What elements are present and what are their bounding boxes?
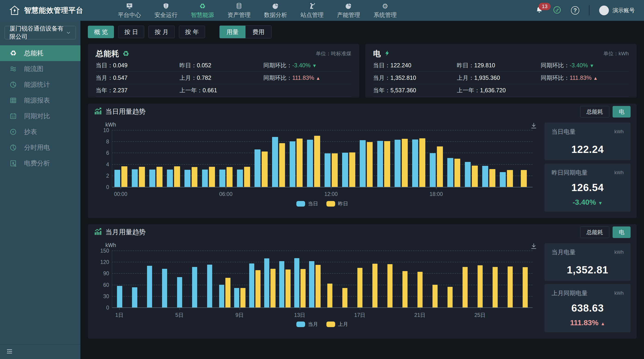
category-slot: [397, 271, 412, 307]
bar: [184, 170, 190, 187]
user-menu[interactable]: 演示账号: [599, 6, 635, 15]
flow-icon: [9, 65, 17, 73]
help-button[interactable]: ?: [571, 6, 579, 15]
stat-label: 同期环比：: [541, 75, 570, 81]
sidebar-item-meter-reading[interactable]: 抄表: [0, 124, 80, 140]
nav-item-system-management[interactable]: ⚙ 系统管理: [374, 2, 397, 19]
stat-card-trend: 111.83% ▲: [552, 318, 624, 327]
bar: [360, 140, 366, 187]
pie-chart-icon: [272, 2, 279, 10]
stat-value: 0.547: [113, 75, 128, 81]
shield-icon: [162, 2, 170, 10]
feedback-button[interactable]: [553, 6, 561, 15]
x-axis-tick: [360, 308, 360, 310]
sidebar-item-time-of-use[interactable]: 分时用电: [0, 140, 80, 155]
sidebar-item-label: 能源统计: [24, 80, 50, 89]
download-chart-button[interactable]: [530, 122, 537, 130]
this-month-electricity-stat: 当月电量 kWh 1,352.81: [544, 243, 630, 281]
company-select[interactable]: 厦门锐谷通信设备有限公司: [4, 26, 76, 39]
bar: [388, 264, 392, 307]
daily-stats-column: 当日电量 kWh 122.24 昨日同期电量 kWh 126.54 -3.40: [544, 120, 630, 216]
category-slot: [488, 267, 502, 307]
toggle-usage[interactable]: 用量: [220, 26, 246, 38]
stat-value: 1,636.720: [480, 87, 506, 94]
sidebar-item-tariff-analysis[interactable]: 电费分析: [0, 155, 80, 171]
category-slot: [187, 267, 202, 307]
monthly-total-energy-button[interactable]: 总能耗: [580, 226, 609, 238]
stat-card-unit: kWh: [614, 129, 624, 134]
download-chart-button[interactable]: [530, 243, 537, 250]
tab-by-month[interactable]: 按 月: [148, 26, 174, 38]
nav-item-platform-center[interactable]: 平台中心: [118, 2, 141, 19]
collapse-sidebar-button[interactable]: [6, 348, 13, 356]
sidebar-item-period-compare[interactable]: 同期对比: [0, 108, 80, 124]
stat-card-label: 上月同期电量: [552, 289, 588, 297]
y-tick-label: 0: [98, 184, 109, 190]
sidebar-item-energy-flow[interactable]: 能流图: [0, 61, 80, 77]
bar: [174, 166, 180, 187]
tariff-doc-icon: [9, 159, 17, 167]
category-slot: [442, 287, 458, 307]
legend-item-this-month[interactable]: 当月: [296, 321, 318, 328]
category-slot: [262, 258, 278, 307]
stat-label: 当月：: [96, 75, 113, 81]
x-tick-label: 12:00: [324, 191, 338, 197]
bar: [521, 170, 527, 187]
legend-item-today[interactable]: 当日: [296, 200, 318, 207]
sidebar-item-energy-statistics[interactable]: 能源统计: [0, 77, 80, 93]
stat-label: 当日：: [96, 62, 113, 69]
chart-trend-icon: [94, 228, 102, 237]
bar: [290, 141, 296, 187]
nav-item-asset-management[interactable]: 资产管理: [228, 2, 250, 19]
tab-overview[interactable]: 概 览: [88, 26, 114, 38]
x-tick-label: 13日: [294, 311, 305, 319]
legend-item-yesterday[interactable]: 昨日: [326, 200, 348, 207]
nav-item-smart-energy[interactable]: ♻ 智慧能源: [191, 2, 214, 19]
bar: [372, 264, 378, 307]
legend-item-last-month[interactable]: 上月: [326, 321, 348, 328]
category-slot: [340, 152, 357, 187]
bars-layer: [112, 251, 532, 307]
bar: [419, 138, 425, 187]
sidebar-item-energy-report[interactable]: 能源报表: [0, 93, 80, 108]
bar: [402, 139, 408, 187]
card-row: 当年：2.237 上一年：0.661: [96, 84, 351, 97]
notifications-button[interactable]: 13: [535, 6, 543, 15]
bolt-icon: [384, 50, 390, 58]
daily-total-energy-button[interactable]: 总能耗: [580, 106, 609, 118]
category-slot: [127, 287, 142, 307]
tab-by-year[interactable]: 按 年: [179, 26, 205, 38]
x-tick-label: 5日: [176, 311, 184, 319]
nav-item-capacity-management[interactable]: 产能管理: [337, 2, 360, 19]
category-slot: [375, 141, 392, 187]
stat-value: 0.782: [197, 75, 212, 81]
sidebar-item-label: 总能耗: [24, 49, 44, 58]
daily-chart: kWh 024681000:0006:0012:0018:00 当日: [94, 120, 538, 216]
down-arrow-icon: ▼: [312, 63, 317, 68]
toolbar: 概 览 按 日 按 月 按 年 用量 费用: [88, 26, 636, 38]
x-tick-label: 1日: [115, 311, 124, 319]
main-nav: 平台中心 安全运行 ♻ 智慧能源 资产管理: [118, 2, 397, 19]
trend-value: -3.40% ▼: [292, 62, 317, 69]
last-month-electricity-stat: 上月同期电量 kWh 638.63 111.83% ▲: [544, 284, 630, 332]
bar: [367, 142, 373, 187]
tab-by-day[interactable]: 按 日: [118, 26, 144, 38]
bar: [402, 271, 408, 307]
toggle-cost[interactable]: 费用: [246, 26, 272, 38]
bar: [384, 141, 390, 187]
x-axis-tick: [331, 187, 331, 189]
nav-item-data-analysis[interactable]: 数据分析: [264, 2, 287, 19]
nav-item-site-management[interactable]: 站点管理: [300, 2, 324, 19]
nav-item-safe-operation[interactable]: 安全运行: [154, 2, 178, 19]
monthly-electricity-button[interactable]: 电: [612, 226, 630, 238]
panel-title: 当日用量趋势: [106, 107, 146, 116]
robot-arm-icon: [308, 2, 316, 10]
electricity-card: 电 单位：kWh 当日：122.240 昨日：129.810 同期环比：-3.4…: [365, 44, 636, 98]
daily-electricity-button[interactable]: 电: [612, 106, 630, 118]
sidebar-item-total-energy[interactable]: ♻ 总能耗: [0, 45, 80, 61]
stat-label: 上月：: [457, 75, 474, 81]
stat-card-value: 122.24: [552, 144, 624, 155]
category-slot: [367, 264, 382, 307]
bar: [294, 258, 299, 307]
y-tick-label: 60: [98, 282, 109, 288]
